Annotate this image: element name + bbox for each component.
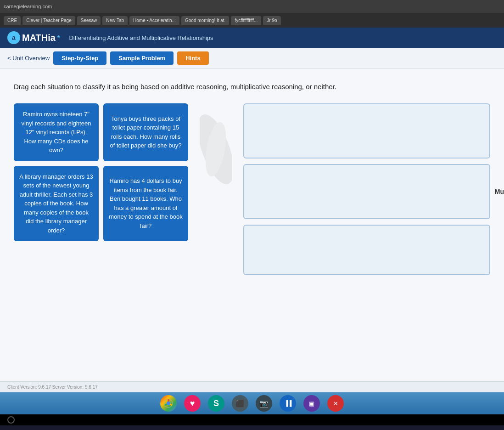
logo-asterisk: * — [57, 34, 60, 41]
tab-seesaw[interactable]: Seesaw — [77, 16, 101, 25]
logo-text: MATHia — [22, 33, 56, 43]
drop-zone-2[interactable] — [243, 164, 490, 219]
source-cards: Ramiro owns nineteen 7" vinyl records an… — [14, 103, 188, 241]
step-by-step-button[interactable]: Step-by-Step — [53, 51, 106, 65]
browser-tabs: CRE Clever | Teacher Page Seesaw New Tab… — [0, 13, 504, 28]
app-footer: Client Version: 9.6.17 Server Version: 9… — [0, 381, 504, 392]
url-bar: carnegielearning.com — [4, 4, 52, 9]
mathia-logo: a MATHia* — [7, 31, 60, 44]
toolbar: < Unit Overview Step-by-Step Sample Prob… — [0, 48, 504, 69]
instruction-text: Drag each situation to classify it as be… — [14, 83, 490, 91]
drop-zones-container: Mu — [243, 103, 490, 275]
drop-zone-3[interactable] — [243, 225, 490, 275]
tab-jr[interactable]: Jr 9o — [263, 16, 280, 25]
partial-label: Mu — [495, 188, 504, 195]
browser-chrome: carnegielearning.com — [0, 0, 504, 13]
logo-icon: a — [7, 31, 20, 44]
drag-card-1[interactable]: Ramiro owns nineteen 7" vinyl records an… — [14, 103, 99, 161]
nav-title: Differentiating Additive and Multiplicat… — [69, 34, 213, 41]
drop-zones-row2: Mu — [243, 164, 490, 219]
drag-card-2[interactable]: Tonya buys three packs of toilet paper c… — [103, 103, 188, 161]
tab-fyc[interactable]: fycfffffffffff... — [231, 16, 261, 25]
drag-card-4[interactable]: Ramiro has 4 dollars to buy items from t… — [103, 166, 188, 242]
media-icon[interactable]: ▣ — [303, 395, 320, 412]
circle-button[interactable] — [7, 416, 15, 424]
main-content: Drag each situation to classify it as be… — [0, 69, 504, 381]
drop-zone-1[interactable] — [243, 103, 490, 158]
taskbar: ♥ S ⬛ 📷 ▐▐ ▣ ✕ — [0, 392, 504, 414]
tab-cre[interactable]: CRE — [4, 16, 21, 25]
chrome-icon[interactable] — [160, 395, 177, 412]
drag-card-3[interactable]: A library manager orders 13 sets of the … — [14, 166, 99, 242]
sample-problem-button[interactable]: Sample Problem — [110, 51, 174, 65]
volume-icon[interactable]: ▐▐ — [280, 395, 296, 412]
cards-area: Ramiro owns nineteen 7" vinyl records an… — [14, 103, 490, 275]
unit-overview-link[interactable]: < Unit Overview — [7, 55, 50, 62]
tab-morning[interactable]: Good morning! It at. — [181, 16, 229, 25]
teal-app-icon[interactable]: S — [208, 395, 224, 412]
tab-new[interactable]: New Tab — [102, 16, 128, 25]
tab-home[interactable]: Home • Acceleratin... — [129, 16, 179, 25]
bottom-bar — [0, 414, 504, 425]
footer-text: Client Version: 9.6.17 Server Version: 9… — [7, 385, 98, 390]
watermark — [197, 103, 234, 195]
camera-icon[interactable]: 📷 — [256, 395, 272, 412]
pink-app-icon[interactable]: ♥ — [184, 395, 201, 412]
tab-clever[interactable]: Clever | Teacher Page — [22, 16, 75, 25]
app-container: a MATHia* Differentiating Additive and M… — [0, 28, 504, 392]
hints-button[interactable]: Hints — [177, 51, 209, 65]
top-nav: a MATHia* Differentiating Additive and M… — [0, 28, 504, 48]
close-icon[interactable]: ✕ — [327, 395, 344, 412]
monitor-icon[interactable]: ⬛ — [232, 395, 248, 412]
